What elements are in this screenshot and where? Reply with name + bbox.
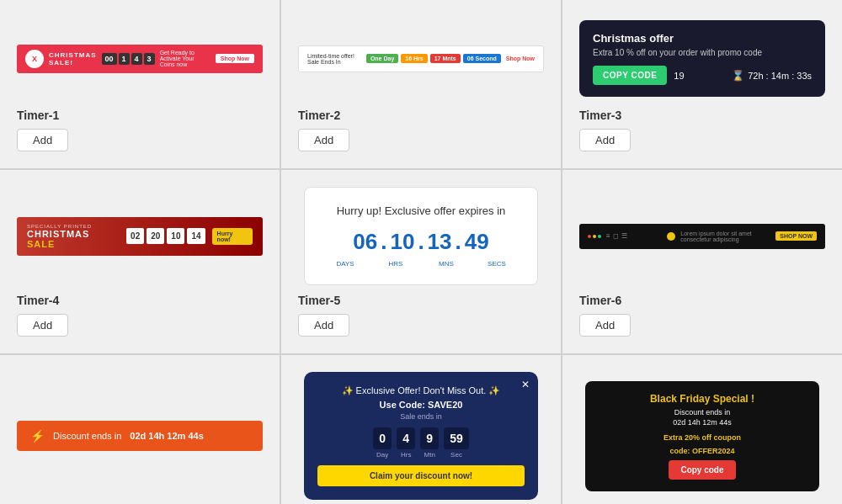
timer3-add-button[interactable]: Add [579, 129, 631, 151]
timer2-text: Limited-time offer! Sale Ends In [307, 53, 361, 65]
timer8-hrs: 4 [397, 427, 415, 449]
timer3-copy-btn[interactable]: COPY CODE [593, 66, 667, 85]
timer8-close-btn[interactable]: ✕ [521, 379, 530, 390]
timer6-icon-2: ◻ [613, 232, 619, 240]
timer6-icon-1: ≡ [606, 232, 610, 240]
timer4-bar: SPECIALLY PRINTED CHRISTMAS SALE 02 20 1… [17, 217, 263, 256]
timer5-label-hrs: HRS [381, 260, 411, 268]
timer8-preview: ✕ ✨ Exclusive Offer! Don't Miss Out. ✨ U… [298, 372, 544, 500]
timer2-block-1: One Day [366, 54, 398, 63]
timer8-group-mtn: 9 Mtn [420, 427, 439, 459]
timer2-shop[interactable]: Shop Now [506, 56, 535, 61]
timer8-boxes-day: 0 [373, 427, 392, 449]
timer1-promo-text: Get Ready to Activate Your Coins now [160, 50, 210, 67]
timer4-hurry-btn[interactable]: Hurry now! [212, 228, 253, 245]
timer6-promo-text: Lorem ipsum dolor sit amet consectetur a… [680, 231, 770, 242]
timer1-cell: X CHRISTMAS SALE! 00 1 4 3 Get Ready to … [0, 0, 280, 168]
timer9-coupon-code: code: OFFER2024 [597, 447, 807, 455]
timer4-preview: SPECIALLY PRINTED CHRISTMAS SALE 02 20 1… [17, 187, 263, 285]
timer4-add-button[interactable]: Add [17, 314, 68, 337]
timer2-preview: Limited-time offer! Sale Ends In One Day… [298, 17, 544, 100]
timer8-group-hrs: 4 Hrs [397, 427, 415, 459]
timer1-shop-btn[interactable]: Shop Now [216, 54, 254, 63]
timer5-secs: 49 [465, 229, 489, 255]
timer4-box-2: 20 [147, 228, 164, 244]
timer6-yellow-dot [593, 235, 596, 238]
timer5-digits: 06 . 10 . 13 . 49 [322, 229, 520, 255]
timer5-dot-1: . [381, 229, 386, 255]
timer3-card: Christmas offer Extra 10 % off on your o… [579, 20, 825, 97]
timer3-countdown: ⌛ 72h : 14m : 33s [732, 70, 812, 82]
timer5-spacer-2 [414, 260, 428, 268]
timer8-cell: ✕ ✨ Exclusive Offer! Don't Miss Out. ✨ U… [281, 355, 561, 504]
timer6-cell: ≡ ◻ ☰ Lorem ipsum dolor sit amet consect… [562, 170, 842, 353]
timer2-bar: Limited-time offer! Sale Ends In One Day… [298, 45, 544, 72]
timer8-boxes-hrs: 4 [397, 427, 415, 449]
timer5-add-button[interactable]: Add [298, 314, 349, 337]
timer8-unit-mtn: Mtn [424, 451, 435, 459]
timer1-add-button[interactable]: Add [17, 129, 68, 151]
timer3-bottom: COPY CODE 19 ⌛ 72h : 14m : 33s [593, 66, 812, 85]
timer5-dot-2: . [418, 229, 424, 255]
timer8-claim-btn[interactable]: Claim your discount now! [317, 465, 524, 486]
timer5-heading: Hurry up! Exclusive offer expires in [322, 204, 520, 217]
timer6-icon-3: ☰ [621, 232, 627, 240]
timer5-label-mns: MNS [431, 260, 461, 268]
timer7-countdown: 02d 14h 12m 44s [130, 431, 203, 441]
timer1-box-2: 1 [119, 53, 130, 65]
timer3-preview: Christmas offer Extra 10 % off on your o… [579, 17, 825, 100]
timer9-copy-btn[interactable]: Copy code [669, 460, 735, 480]
timer9-card-title: Black Friday Special ! [597, 393, 807, 405]
timer8-unit-sec: Sec [450, 451, 462, 459]
timer8-sec: 59 [444, 427, 469, 449]
timer1-preview: X CHRISTMAS SALE! 00 1 4 3 Get Ready to … [17, 17, 263, 100]
timer5-mns: 13 [428, 229, 452, 255]
timer2-add-button[interactable]: Add [298, 129, 349, 151]
timer6-add-button[interactable]: Add [579, 314, 631, 337]
timer8-unit-day: Day [376, 451, 388, 459]
timer1-box-3: 4 [131, 53, 142, 65]
timer8-emoji: ✨ Exclusive Offer! Don't Miss Out. ✨ [317, 385, 524, 396]
timer4-cell: SPECIALLY PRINTED CHRISTMAS SALE 02 20 1… [0, 170, 280, 353]
timer4-title: CHRISTMAS SALE [27, 229, 120, 249]
timer5-days: 06 [353, 229, 377, 255]
timer1-bar: X CHRISTMAS SALE! 00 1 4 3 Get Ready to … [17, 45, 263, 73]
timer7-preview: ⚡ Discount ends in 02d 14h 12m 44s [17, 372, 263, 500]
timer2-block-4: 06 Second [463, 54, 501, 63]
timer1-title: CHRISTMAS SALE! [49, 51, 97, 66]
timer-grid: X CHRISTMAS SALE! 00 1 4 3 Get Ready to … [0, 0, 842, 504]
timer3-promo-code: 19 [674, 71, 684, 81]
timer5-labels: DAYS HRS MNS SECS [322, 260, 520, 268]
bolt-icon: ⚡ [30, 429, 45, 443]
timer9-extra-text: Extra 20% off coupon [663, 433, 741, 442]
timer7-cell: ⚡ Discount ends in 02d 14h 12m 44s [0, 355, 280, 504]
timer6-shop-btn[interactable]: SHOP NOW [775, 231, 817, 241]
timer8-group-day: 0 Day [373, 427, 392, 459]
timer2-block-3: 17 Mnts [430, 54, 461, 63]
timer6-preview: ≡ ◻ ☰ Lorem ipsum dolor sit amet consect… [579, 187, 825, 285]
timer8-subtitle: Sale ends in [317, 412, 524, 421]
timer3-time: 72h : 14m : 33s [748, 71, 812, 81]
timer5-hrs: 10 [390, 229, 414, 255]
timer9-subtitle: Discount ends in [597, 408, 807, 416]
timer4-boxes: 02 20 10 14 [126, 228, 205, 244]
timer2-cell: Limited-time offer! Sale Ends In One Day… [281, 0, 561, 168]
timer9-cell: Black Friday Special ! Discount ends in … [562, 355, 842, 504]
timer5-label: Timer-5 [298, 294, 340, 307]
timer5-label-secs: SECS [482, 260, 512, 268]
timer5-cell: Hurry up! Exclusive offer expires in 06 … [281, 170, 561, 353]
timer1-box-1: 00 [102, 53, 117, 65]
timer6-green-dot [598, 235, 601, 238]
timer3-card-title: Christmas offer [593, 32, 812, 45]
timer8-day: 0 [373, 427, 392, 449]
timer6-bar: ≡ ◻ ☰ Lorem ipsum dolor sit amet consect… [579, 224, 825, 249]
timer5-preview: Hurry up! Exclusive offer expires in 06 … [298, 187, 544, 285]
timer8-boxes-sec: 59 [444, 427, 469, 449]
timer2-block-2: 16 Hrs [401, 54, 427, 63]
timer8-boxes-mtn: 9 [420, 427, 439, 449]
timer6-label: Timer-6 [579, 294, 621, 307]
timer1-box-4: 3 [144, 53, 155, 65]
timer4-box-1: 02 [126, 228, 144, 244]
timer8-group-sec: 59 Sec [444, 427, 469, 459]
timer1-logo-text: X [32, 55, 37, 63]
